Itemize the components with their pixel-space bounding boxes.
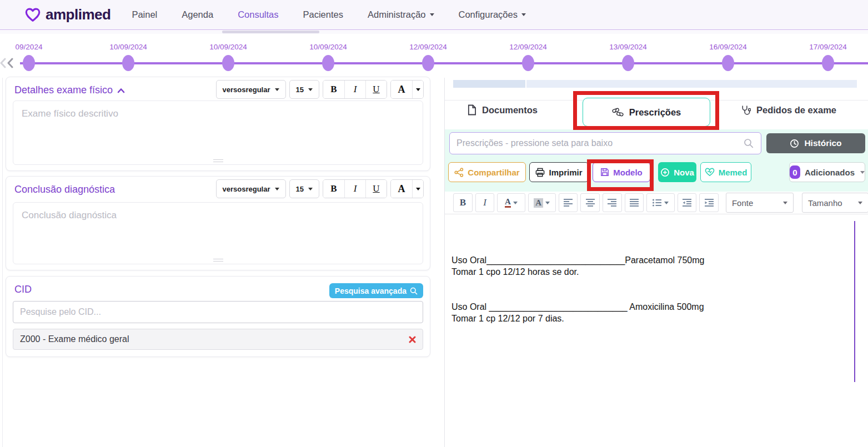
chevron-down-icon xyxy=(664,202,669,204)
historico-button[interactable]: Histórico xyxy=(766,133,865,153)
exam-text-area[interactable]: Exame físico descritivo xyxy=(13,101,423,165)
italic-button[interactable]: I xyxy=(344,81,365,98)
indent-button[interactable] xyxy=(699,193,719,212)
nav-label: Painel xyxy=(132,9,157,20)
text-color-group: A xyxy=(390,80,424,99)
text-color-button[interactable]: A xyxy=(497,193,525,212)
tab-pedidos-de-exame[interactable]: Pedidos de exame xyxy=(740,104,836,115)
nav-item-painel[interactable]: Painel xyxy=(132,9,157,20)
nav-item-pacientes[interactable]: Pacientes xyxy=(303,9,343,20)
resize-handle[interactable] xyxy=(213,159,223,162)
font-size-dropdown[interactable]: 15 xyxy=(289,179,319,198)
text-color-glyph: A xyxy=(505,198,511,208)
conclusion-text-area[interactable]: Conclusão diagnóstica xyxy=(13,202,423,264)
modelo-button[interactable]: Modelo xyxy=(593,162,650,182)
text-color-caret[interactable] xyxy=(412,180,423,198)
timeline-dot[interactable] xyxy=(822,55,834,71)
brand-logo[interactable]: amplimed xyxy=(24,6,111,23)
editor-scrollbar-thumb[interactable] xyxy=(854,221,855,382)
timeline-prev-icon[interactable] xyxy=(0,58,6,68)
timeline-date[interactable]: 16/09/2024 xyxy=(700,43,756,51)
imprimir-button[interactable]: Imprimir xyxy=(529,162,589,182)
font-family-select[interactable]: Fonte xyxy=(726,193,794,213)
timeline-date[interactable]: 12/09/2024 xyxy=(400,43,456,51)
share-icon xyxy=(454,168,464,177)
nav-item-configuracoes[interactable]: Configurações xyxy=(459,9,526,20)
justify-button[interactable] xyxy=(625,193,644,212)
timeline-date[interactable]: 09/2024 xyxy=(1,43,57,51)
text-color-caret[interactable] xyxy=(412,81,423,98)
compartilhar-button[interactable]: Compartilhar xyxy=(448,162,526,182)
timeline-date[interactable]: 10/09/2024 xyxy=(200,43,256,51)
timeline-dot[interactable] xyxy=(622,55,634,71)
bold-button[interactable]: B xyxy=(323,81,344,98)
timeline-date[interactable]: 10/09/2024 xyxy=(300,43,356,51)
tab-label: Prescrições xyxy=(629,107,681,118)
scrollbar-thumb[interactable] xyxy=(222,31,319,33)
printer-icon xyxy=(535,168,545,177)
outdent-button[interactable] xyxy=(678,193,697,212)
timeline-date[interactable]: 10/09/2024 xyxy=(101,43,156,51)
font-family-dropdown[interactable]: versosregular xyxy=(216,179,286,198)
align-right-button[interactable] xyxy=(603,193,622,212)
timeline-dot[interactable] xyxy=(322,55,334,71)
panel-scrollbar-thumb[interactable] xyxy=(453,80,525,88)
timeline-dot[interactable] xyxy=(222,55,234,71)
panel-scrollbar-track[interactable] xyxy=(526,80,857,88)
nav-item-consultas[interactable]: Consultas xyxy=(238,9,278,20)
timeline-prev-icon[interactable] xyxy=(7,58,13,68)
adicionados-button[interactable]: 0 Adicionados xyxy=(789,162,865,182)
section-title: Conclusão diagnóstica xyxy=(14,184,115,195)
timeline-dot[interactable] xyxy=(722,55,734,71)
highlight-color-button[interactable]: A xyxy=(528,193,556,212)
align-left-button[interactable] xyxy=(559,193,578,212)
chevron-down-icon xyxy=(858,202,862,204)
font-family-dropdown[interactable]: versosregular xyxy=(216,80,286,99)
timeline-date[interactable]: 17/09/2024 xyxy=(800,43,856,51)
underline-button[interactable]: U xyxy=(365,180,387,198)
text-color-button[interactable]: A xyxy=(391,180,412,198)
cid-card: CID Pesquisa avançada Z000 - Exame médic… xyxy=(6,276,430,357)
stethoscope-icon xyxy=(740,104,751,115)
nav-item-agenda[interactable]: Agenda xyxy=(182,9,213,20)
nova-button[interactable]: Nova xyxy=(658,162,696,182)
advanced-search-button[interactable]: Pesquisa avançada xyxy=(329,283,423,298)
select-value: Fonte xyxy=(732,198,753,208)
timeline-dot[interactable] xyxy=(522,55,534,71)
cid-search-input[interactable] xyxy=(13,301,423,323)
font-size-dropdown[interactable]: 15 xyxy=(289,80,319,99)
underline-button[interactable]: U xyxy=(365,81,387,98)
font-size-select[interactable]: Tamanho xyxy=(802,193,868,213)
tab-prescricoes[interactable]: Prescrições xyxy=(583,98,710,127)
prescription-editor[interactable]: Uso Oral____________________________Para… xyxy=(451,254,849,324)
tab-documentos[interactable]: Documentos xyxy=(467,104,538,115)
memed-button[interactable]: Memed xyxy=(700,162,751,182)
chevron-up-icon[interactable] xyxy=(117,88,125,93)
timeline-dot[interactable] xyxy=(422,55,434,71)
physical-exam-title[interactable]: Detalhes exame físico xyxy=(14,84,125,96)
timeline-date[interactable]: 13/09/2024 xyxy=(600,43,656,51)
chevron-down-icon xyxy=(275,88,279,91)
bold-button[interactable]: B xyxy=(323,180,344,198)
text-color-button[interactable]: A xyxy=(391,81,412,98)
nav-item-administracao[interactable]: Administração xyxy=(368,9,434,20)
conclusion-placeholder: Conclusão diagnóstica xyxy=(13,203,423,228)
timeline-date[interactable]: 12/09/2024 xyxy=(500,43,556,51)
list-button[interactable] xyxy=(646,193,674,212)
prescription-line: Uso Oral ____________________________ Am… xyxy=(451,301,849,313)
button-label: Memed xyxy=(719,168,747,177)
align-center-button[interactable] xyxy=(580,193,600,212)
editor-toolbar: B I A A Fonte Tamanho xyxy=(445,192,868,214)
italic-button[interactable]: I xyxy=(344,180,365,198)
bold-button[interactable]: B xyxy=(453,193,473,212)
remove-cid-icon[interactable] xyxy=(409,336,416,343)
prescriptions-search-input[interactable] xyxy=(449,132,761,154)
cid-item-label: Z000 - Exame médico geral xyxy=(20,334,129,344)
search-icon xyxy=(410,287,418,295)
timeline-dot[interactable] xyxy=(23,55,35,71)
italic-button[interactable]: I xyxy=(475,193,495,212)
resize-handle[interactable] xyxy=(213,259,223,262)
section-title: CID xyxy=(14,284,32,295)
timeline-dot[interactable] xyxy=(122,55,134,71)
timeline-line xyxy=(20,62,868,64)
